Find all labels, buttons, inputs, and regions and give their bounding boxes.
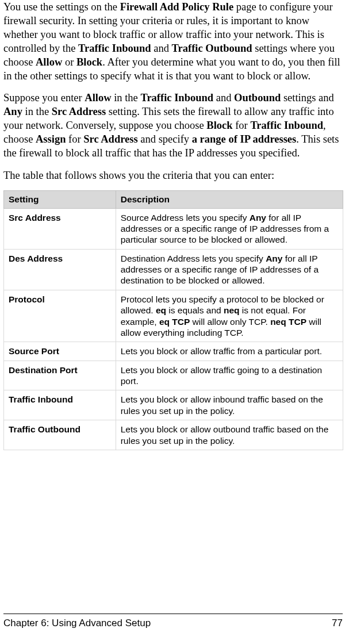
bold-text: Traffic Inbound (78, 43, 151, 54)
text: You use the settings on the (3, 1, 120, 13)
bold-text: Traffic Inbound (140, 92, 213, 103)
text: Lets you block or allow traffic from a p… (121, 346, 322, 356)
bold-text: Traffic Outbound (172, 43, 252, 54)
bold-text: eq (156, 305, 166, 315)
column-header-setting: Setting (4, 190, 116, 208)
setting-desc-cell: Destination Address lets you specify Any… (116, 249, 343, 290)
bold-text: Allow (85, 92, 111, 103)
bold-text: Traffic Inbound (250, 120, 323, 131)
table-header-row: Setting Description (4, 190, 343, 208)
bold-text: Any (3, 106, 22, 117)
bold-text: Outbound (234, 92, 281, 103)
footer-chapter: Chapter 6: Using Advanced Setup (3, 618, 151, 629)
setting-desc-cell: Source Address lets you specify Any for … (116, 208, 343, 249)
setting-desc-cell: Lets you block or allow traffic from a p… (116, 342, 343, 361)
intro-paragraph-3: The table that follows shows you the cri… (3, 168, 343, 182)
text: and (213, 92, 234, 103)
text: settings and (281, 92, 334, 103)
bold-text: Src Address (83, 133, 137, 145)
bold-text: Src Address (52, 106, 106, 117)
text: in the (112, 92, 141, 103)
table-row: Traffic Inbound Lets you block or allow … (4, 390, 343, 420)
intro-paragraph-1: You use the settings on the Firewall Add… (3, 0, 343, 83)
text: Destination Address lets you specify (121, 254, 266, 263)
bold-text: eq TCP (159, 317, 190, 327)
text: for (233, 120, 251, 131)
bold-text: Assign (36, 133, 66, 145)
bold-text: Firewall Add Policy Rule (120, 1, 234, 13)
bold-text: Block (206, 120, 232, 131)
text: Source Address lets you specify (121, 213, 250, 223)
text: is equals and (166, 305, 224, 315)
bold-text: Any (266, 254, 282, 263)
setting-desc-cell: Lets you block or allow inbound traffic … (116, 390, 343, 420)
bold-text: neq (224, 305, 240, 315)
setting-name-cell: Traffic Outbound (4, 420, 116, 450)
criteria-table: Setting Description Src Address Source A… (3, 190, 343, 450)
setting-name-cell: Destination Port (4, 361, 116, 390)
table-row: Traffic Outbound Lets you block or allow… (4, 420, 343, 450)
text: Lets you block or allow inbound traffic … (121, 394, 323, 415)
table-row: Protocol Protocol lets you specify a pro… (4, 290, 343, 342)
table-row: Source Port Lets you block or allow traf… (4, 342, 343, 361)
setting-name-cell: Des Address (4, 249, 116, 290)
setting-name-cell: Traffic Inbound (4, 390, 116, 420)
setting-name-cell: Source Port (4, 342, 116, 361)
text: Suppose you enter (3, 92, 85, 103)
table-row: Src Address Source Address lets you spec… (4, 208, 343, 249)
bold-text: Allow (36, 56, 62, 68)
bold-text: neq TCP (270, 317, 306, 327)
text: Lets you block or allow traffic going to… (121, 365, 322, 386)
text: and specify (138, 133, 192, 145)
setting-name-cell: Protocol (4, 290, 116, 342)
text: in the (22, 106, 52, 117)
page-footer: Chapter 6: Using Advanced Setup 77 (3, 614, 343, 629)
intro-paragraph-2: Suppose you enter Allow in the Traffic I… (3, 91, 343, 160)
page-content: You use the settings on the Firewall Add… (0, 0, 349, 450)
text: for (66, 133, 83, 145)
column-header-description: Description (116, 190, 343, 208)
text: will allow only TCP. (190, 317, 270, 327)
table-row: Des Address Destination Address lets you… (4, 249, 343, 290)
setting-name-cell: Src Address (4, 208, 116, 249)
table-row: Destination Port Lets you block or allow… (4, 361, 343, 390)
bold-text: Any (250, 213, 266, 223)
setting-desc-cell: Protocol lets you specify a protocol to … (116, 290, 343, 342)
setting-desc-cell: Lets you block or allow outbound traffic… (116, 420, 343, 450)
footer-page-number: 77 (332, 618, 343, 629)
text: and (151, 43, 172, 54)
bold-text: a range of IP addresses (192, 133, 297, 145)
setting-desc-cell: Lets you block or allow traffic going to… (116, 361, 343, 390)
text: or (62, 56, 76, 68)
bold-text: Block (76, 56, 102, 68)
text: Lets you block or allow outbound traffic… (121, 424, 329, 445)
